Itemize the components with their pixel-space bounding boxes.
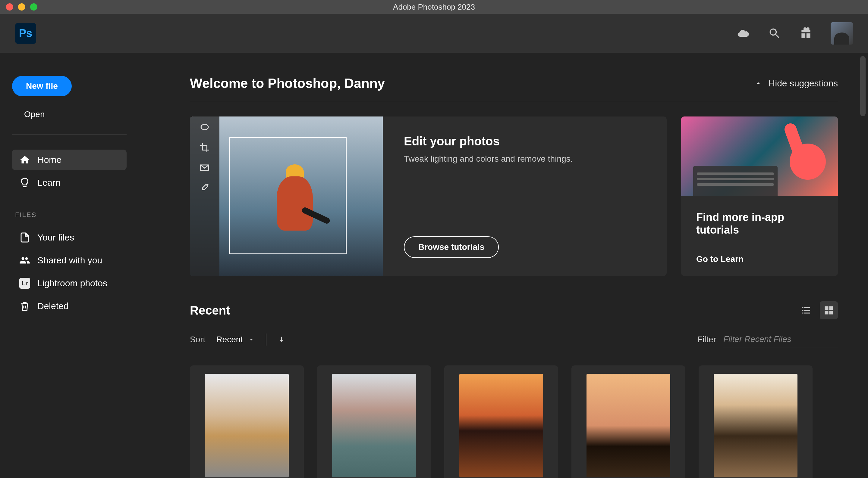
open-button[interactable]: Open	[12, 105, 127, 124]
close-window-button[interactable]	[6, 3, 13, 10]
sidebar-divider	[12, 134, 127, 135]
chevron-down-icon	[248, 336, 255, 343]
learn-card: Find more in-app tutorials Go to Learn	[681, 116, 838, 276]
window-title: Adobe Photoshop 2023	[393, 2, 475, 12]
recent-title: Recent	[190, 304, 230, 317]
app-logo[interactable]: Ps	[15, 23, 36, 44]
user-avatar[interactable]	[831, 22, 853, 44]
recent-file-1[interactable]	[190, 366, 304, 478]
people-icon	[19, 255, 30, 266]
hide-suggestions-button[interactable]: Hide suggestions	[754, 78, 838, 89]
edit-card-title: Edit your photos	[404, 135, 646, 148]
nav-lightroom-label: Lightroom photos	[37, 278, 107, 288]
files-section-label: FILES	[15, 211, 127, 219]
sort-divider	[266, 334, 267, 346]
minimize-window-button[interactable]	[18, 3, 25, 10]
nav-shared-label: Shared with you	[37, 255, 102, 266]
thumbnail-image	[332, 374, 416, 477]
list-icon	[801, 305, 811, 316]
nav-learn[interactable]: Learn	[12, 172, 127, 193]
nav-deleted-label: Deleted	[37, 301, 68, 311]
thumbnail-image	[459, 374, 543, 477]
sort-dropdown[interactable]: Recent	[216, 335, 255, 344]
gift-icon[interactable]	[799, 27, 812, 40]
sort-direction-icon[interactable]	[277, 335, 286, 344]
flamingo-illustration	[778, 120, 832, 192]
titlebar: Adobe Photoshop 2023	[0, 0, 868, 14]
thumbnail-image	[587, 374, 670, 477]
nav-learn-label: Learn	[37, 178, 61, 188]
grid-view-button[interactable]	[820, 301, 838, 319]
browse-tutorials-button[interactable]: Browse tutorials	[404, 236, 499, 258]
thumbnail-image	[205, 374, 289, 477]
traffic-lights	[6, 3, 37, 10]
content-divider	[190, 102, 838, 102]
recent-file-3[interactable]	[444, 366, 558, 478]
recent-file-2[interactable]	[317, 366, 431, 478]
filter-input[interactable]	[723, 332, 838, 347]
thumbnail-image	[714, 374, 798, 477]
maximize-window-button[interactable]	[30, 3, 37, 10]
home-icon	[19, 155, 30, 165]
sort-label: Sort	[190, 335, 205, 344]
hide-suggestions-label: Hide suggestions	[769, 78, 838, 89]
tool-strip	[190, 116, 219, 276]
nav-home-label: Home	[37, 155, 61, 165]
nav-shared[interactable]: Shared with you	[12, 250, 127, 271]
lasso-icon	[199, 123, 210, 133]
crop-icon	[199, 142, 210, 153]
person-illustration	[277, 164, 313, 237]
edit-card-description: Tweak lighting and colors and remove thi…	[404, 154, 646, 164]
lightroom-icon: Lr	[19, 278, 30, 289]
search-icon[interactable]	[768, 27, 781, 40]
learn-card-image	[681, 116, 838, 196]
sidebar: New file Open Home Learn FILES Your file…	[0, 53, 138, 478]
trash-icon	[19, 301, 30, 312]
view-toggle	[797, 301, 838, 319]
toolbar: Ps	[0, 14, 868, 53]
learn-card-title: Find more in-app tutorials	[696, 211, 823, 236]
recent-thumbnails	[190, 366, 838, 478]
lightbulb-icon	[19, 177, 30, 188]
filter-label: Filter	[698, 335, 716, 344]
welcome-title: Welcome to Photoshop, Danny	[190, 76, 385, 91]
file-icon	[19, 232, 30, 243]
nav-deleted[interactable]: Deleted	[12, 296, 127, 316]
list-view-button[interactable]	[797, 301, 815, 319]
scrollbar[interactable]	[860, 56, 866, 116]
nav-your-files-label: Your files	[37, 232, 74, 243]
go-to-learn-link[interactable]: Go to Learn	[696, 254, 823, 264]
svg-point-0	[201, 124, 208, 130]
envelope-icon	[199, 162, 210, 173]
new-file-button[interactable]: New file	[12, 76, 72, 96]
cloud-icon[interactable]	[737, 27, 750, 40]
nav-lightroom[interactable]: Lr Lightroom photos	[12, 273, 127, 294]
nav-home[interactable]: Home	[12, 149, 127, 170]
edit-photos-card: Edit your photos Tweak lighting and colo…	[190, 116, 667, 276]
recent-file-4[interactable]	[571, 366, 685, 478]
grid-icon	[824, 305, 834, 316]
nav-your-files[interactable]: Your files	[12, 227, 127, 248]
content-area: Welcome to Photoshop, Danny Hide suggest…	[138, 53, 868, 478]
panel-overlay	[693, 166, 778, 196]
edit-card-image	[190, 116, 383, 276]
chevron-up-icon	[754, 79, 763, 88]
sort-value: Recent	[216, 335, 243, 344]
eyedropper-icon	[199, 182, 210, 193]
recent-file-5[interactable]	[699, 366, 812, 478]
